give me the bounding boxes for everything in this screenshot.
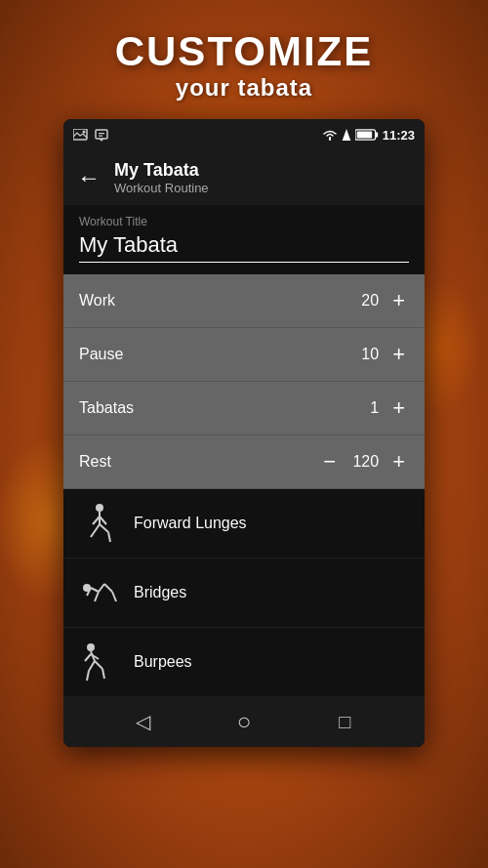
svg-line-30 [102,669,104,679]
workout-title-section: Workout Title My Tabata [63,205,425,274]
time-display: 11:23 [383,128,415,143]
svg-line-18 [99,584,104,592]
rest-controls: − 120 + [319,451,409,473]
svg-line-14 [93,517,100,524]
list-item[interactable]: Burpees [63,628,425,696]
svg-line-25 [89,661,95,671]
svg-line-17 [91,588,99,592]
status-bar: 11:23 [63,119,425,150]
status-left-icons [73,128,108,142]
bridges-icon [79,572,120,613]
nav-back-button[interactable]: ◁ [124,702,163,741]
work-plus-button[interactable]: + [388,290,409,311]
rest-plus-button[interactable]: + [388,451,409,473]
svg-line-11 [91,524,100,537]
tabatas-setting-row: Tabatas 1 + [63,382,425,435]
svg-marker-5 [342,129,350,141]
work-controls: 20 + [349,290,409,311]
pause-label: Pause [79,346,123,363]
tabatas-label: Tabatas [79,399,134,417]
lunges-name: Forward Lunges [134,515,247,532]
list-item[interactable]: Bridges [63,558,425,628]
svg-point-1 [83,131,86,134]
app-bar: ← My Tabata Workout Routine [63,150,425,205]
svg-rect-7 [375,133,378,138]
svg-point-9 [96,504,103,512]
svg-rect-3 [99,133,104,134]
svg-rect-8 [356,132,371,139]
work-value: 20 [349,292,379,310]
burpees-icon [79,641,120,682]
nav-bar: ◁ ○ □ [63,696,425,747]
battery-icon [355,129,379,141]
notification-icon [95,128,108,142]
top-text-section: CUSTOMIZE your tabata [0,0,488,102]
tabatas-value: 1 [349,399,379,417]
app-bar-titles: My Tabata Workout Routine [114,160,209,195]
phone-container: 11:23 ← My Tabata Workout Routine Workou… [63,119,425,747]
svg-line-21 [95,592,99,601]
svg-point-23 [87,643,95,651]
back-button[interactable]: ← [77,164,101,191]
svg-rect-4 [99,136,102,137]
rest-value: 120 [349,453,379,471]
workout-title-input[interactable]: My Tabata [79,232,409,263]
tabatas-controls: 1 + [349,397,409,419]
svg-line-20 [112,592,116,601]
tabatas-plus-button[interactable]: + [388,397,409,419]
pause-value: 10 [349,346,379,363]
image-icon [73,129,89,141]
svg-line-19 [104,584,112,592]
bridges-name: Bridges [134,584,186,601]
svg-line-27 [85,654,91,661]
rest-minus-button[interactable]: − [319,451,340,473]
rest-setting-row: Rest − 120 + [63,435,425,489]
rest-label: Rest [79,453,111,471]
lunges-icon [79,503,120,544]
svg-rect-2 [96,130,107,139]
wifi-icon [322,129,338,141]
status-right-icons: 11:23 [322,128,415,143]
svg-line-15 [100,517,106,524]
svg-line-26 [95,661,102,669]
list-item[interactable]: Forward Lunges [63,489,425,558]
svg-line-12 [100,524,108,532]
nav-home-button[interactable]: ○ [224,702,264,741]
nav-recent-button[interactable]: □ [325,702,364,741]
settings-section: Work 20 + Pause 10 + Tabatas 1 + Rest − [63,274,425,489]
work-label: Work [79,292,115,310]
signal-icon [342,129,351,141]
your-tabata-heading: your tabata [0,74,488,102]
workout-title-label: Workout Title [79,215,409,228]
app-bar-title: My Tabata [114,160,209,181]
customize-heading: CUSTOMIZE [0,29,488,74]
svg-line-13 [108,532,110,542]
pause-controls: 10 + [349,344,409,365]
pause-setting-row: Pause 10 + [63,328,425,382]
burpees-name: Burpees [134,653,192,671]
exercise-section: Forward Lunges Bridges [63,489,425,696]
svg-line-29 [87,671,89,681]
pause-plus-button[interactable]: + [388,344,409,365]
app-bar-subtitle: Workout Routine [114,181,209,195]
work-setting-row: Work 20 + [63,274,425,328]
